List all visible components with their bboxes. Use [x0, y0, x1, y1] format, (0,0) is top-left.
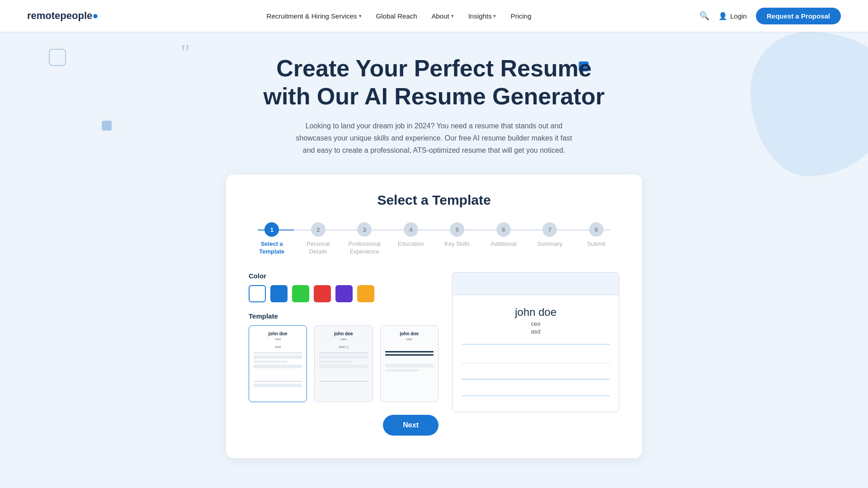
step-label-1: Select aTemplate [259, 240, 284, 256]
template-layout: Color Template john doe ceo asd [249, 272, 619, 436]
thumb-2-block1 [319, 355, 368, 359]
thumb-1-block1 [254, 355, 302, 359]
thumbnails-row: john doe ceo asd john doe ceo asd | | [249, 325, 439, 402]
search-icon[interactable]: 🔍 [699, 11, 709, 21]
step-circle-2: 2 [311, 222, 326, 237]
step-3[interactable]: 3 ProfessionalExperience [341, 222, 388, 256]
nav-link-insights[interactable]: Insights ▾ [468, 12, 496, 20]
nav-actions: 🔍 👤 Login Request a Proposal [699, 8, 841, 24]
hero-subtitle: Looking to land your dream job in 2024? … [294, 120, 574, 157]
swatch-white[interactable] [249, 285, 266, 302]
step-label-8: Submit [587, 240, 605, 248]
template-thumb-3[interactable]: john doe ceo [380, 325, 439, 402]
next-btn-wrapper: Next [249, 415, 439, 436]
login-button[interactable]: 👤 Login [718, 12, 747, 20]
nav-link-about[interactable]: About ▾ [432, 12, 454, 20]
step-4[interactable]: 4 Education [388, 222, 434, 248]
preview-name: john doe [462, 306, 610, 319]
step-label-2: PersonalDetails [307, 240, 330, 256]
thumb-1-divider [254, 352, 302, 353]
step-circle-5: 5 [450, 222, 464, 237]
preview-content: john doe ceo asd [453, 295, 619, 412]
step-circle-8: 8 [589, 222, 604, 237]
user-icon: 👤 [718, 12, 727, 20]
step-circle-4: 4 [404, 222, 418, 237]
step-7[interactable]: 7 Summary [527, 222, 573, 248]
thumb-1-role: ceo [254, 337, 302, 341]
preview-divider-2 [462, 363, 610, 364]
step-2[interactable]: 2 PersonalDetails [295, 222, 342, 256]
step-circle-3: 3 [357, 222, 372, 237]
swatch-red[interactable] [314, 285, 331, 302]
thumb-1-block2 [254, 361, 288, 363]
step-6[interactable]: 6 Additional [481, 222, 527, 248]
step-8[interactable]: 8 Submit [573, 222, 620, 248]
step-circle-7: 7 [542, 222, 557, 237]
step-circle-6: 6 [496, 222, 511, 237]
thumb-3-role: ceo [385, 337, 434, 341]
preview-divider-1 [462, 344, 610, 345]
nav-link-recruitment[interactable]: Recruitment & Hiring Services ▾ [267, 12, 362, 20]
thumb-3-block1 [385, 364, 434, 367]
template-section-label: Template [249, 312, 439, 320]
template-thumb-1[interactable]: john doe ceo asd [249, 325, 307, 402]
thumb-1-company: asd [254, 345, 302, 349]
request-proposal-button[interactable]: Request a Proposal [756, 8, 841, 24]
thumb-2-divider [319, 352, 368, 353]
color-section-label: Color [249, 272, 439, 280]
chevron-down-icon-3: ▾ [493, 13, 496, 19]
chevron-down-icon-2: ▾ [451, 13, 454, 19]
hero-title: Create Your Perfect Resume with Our AI R… [262, 54, 606, 111]
swatch-blue[interactable] [270, 285, 288, 302]
template-left-panel: Color Template john doe ceo asd [249, 272, 439, 436]
step-label-5: Key Skills [444, 240, 470, 248]
thumb-2-divider2 [319, 381, 368, 382]
card-title: Select a Template [249, 192, 619, 208]
thumb-3-divider-dark2 [385, 354, 434, 356]
thumb-1-divider2 [254, 381, 302, 382]
nav-links: Recruitment & Hiring Services ▾ Global R… [267, 12, 532, 20]
thumb-2-block2 [319, 361, 353, 363]
hero-section: Create Your Perfect Resume with Our AI R… [0, 32, 868, 156]
step-label-6: Additional [491, 240, 516, 248]
step-label-3: ProfessionalExperience [348, 240, 381, 256]
next-button[interactable]: Next [383, 415, 439, 436]
color-swatches [249, 285, 439, 302]
thumb-2-name: john doe [319, 331, 368, 336]
swatch-orange[interactable] [357, 285, 374, 302]
template-right-panel: john doe ceo asd [452, 272, 619, 436]
nav-link-global[interactable]: Global Reach [376, 12, 417, 20]
step-1[interactable]: 1 Select aTemplate [249, 222, 295, 256]
step-label-7: Summary [537, 240, 562, 248]
thumb-1-name: john doe [254, 331, 302, 336]
template-thumb-2[interactable]: john doe ceo asd | | [314, 325, 373, 402]
thumb-2-role: ceo [319, 337, 368, 341]
thumb-3-block2 [385, 369, 419, 371]
preview-top-bar [453, 272, 619, 295]
thumb-1-block3 [254, 365, 302, 368]
preview-divider-3 [462, 379, 610, 380]
thumb-3-name: john doe [385, 331, 434, 336]
step-5[interactable]: 5 Key Skills [434, 222, 481, 248]
logo-text: remotepeople● [27, 10, 99, 22]
swatch-green[interactable] [292, 285, 309, 302]
thumb-2-company: asd | | [319, 345, 368, 349]
chevron-down-icon: ▾ [359, 13, 362, 19]
step-label-4: Education [398, 240, 424, 248]
logo[interactable]: remotepeople● [27, 10, 99, 22]
step-circle-1: 1 [264, 222, 279, 237]
navbar: remotepeople● Recruitment & Hiring Servi… [0, 0, 868, 32]
thumb-2-block3 [319, 365, 368, 368]
template-card: Select a Template 1 Select aTemplate 2 P… [226, 174, 642, 458]
preview-role: ceo [462, 320, 610, 327]
nav-link-pricing[interactable]: Pricing [510, 12, 531, 20]
steps-bar: 1 Select aTemplate 2 PersonalDetails 3 P… [249, 222, 619, 256]
thumb-3-divider-dark [385, 351, 434, 352]
swatch-purple[interactable] [335, 285, 353, 302]
preview-divider-4 [462, 395, 610, 396]
thumb-1-block4 [254, 384, 302, 387]
preview-company: asd [462, 328, 610, 335]
preview-box: john doe ceo asd [452, 272, 619, 412]
